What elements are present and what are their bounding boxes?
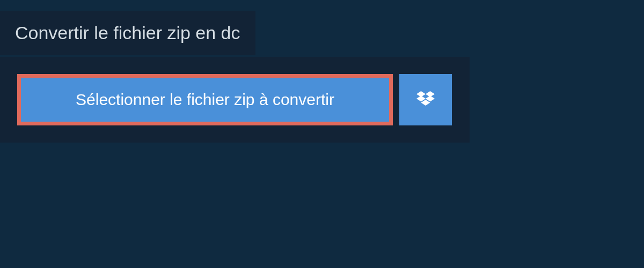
page-title: Convertir le fichier zip en dc [0, 11, 255, 55]
button-row: Sélectionner le fichier zip à convertir [17, 74, 452, 125]
upload-panel: Sélectionner le fichier zip à convertir [0, 57, 470, 143]
select-file-label: Sélectionner le fichier zip à convertir [76, 91, 334, 109]
dropbox-button[interactable] [399, 74, 452, 125]
select-file-button[interactable]: Sélectionner le fichier zip à convertir [17, 74, 393, 125]
dropbox-icon [416, 91, 435, 108]
